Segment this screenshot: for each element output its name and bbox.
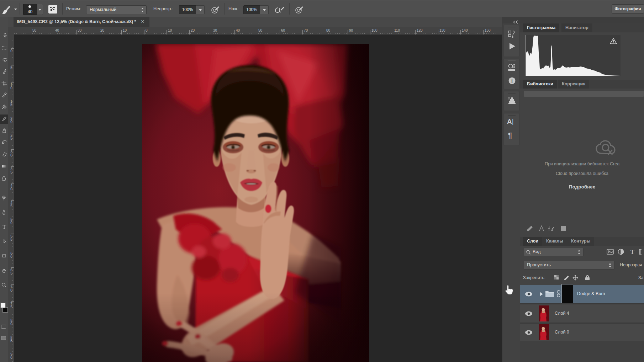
svg-text:T: T — [630, 249, 634, 255]
svg-text:i: i — [511, 78, 513, 84]
